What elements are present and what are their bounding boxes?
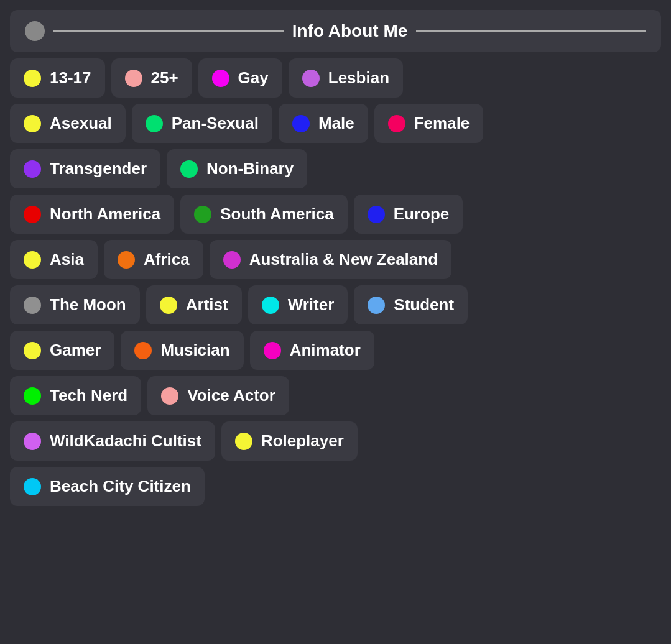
tag-label-pan-sexual: Pan-Sexual [172,114,259,133]
tag-dot-female [388,115,405,132]
tag-north-america[interactable]: North America [10,195,174,234]
tag-label-female: Female [414,114,470,133]
tags-row-row10: Beach City Citizen [10,467,661,506]
tag-label-writer: Writer [288,295,335,315]
tag-label-europe: Europe [394,205,450,224]
tags-row-row6: The MoonArtistWriterStudent [10,285,661,324]
tag-dot-asia [24,251,41,269]
tag-tech-nerd[interactable]: Tech Nerd [10,376,141,415]
tag-label-the-moon: The Moon [50,295,126,315]
tag-beach-city-citizen[interactable]: Beach City Citizen [10,467,205,506]
tag-dot-beach-city-citizen [24,478,41,495]
tag-dot-13-17 [24,70,41,87]
tag-transgender[interactable]: Transgender [10,149,160,188]
tag-dot-north-america [24,206,41,223]
tag-label-non-binary: Non-Binary [206,159,294,178]
tag-label-tech-nerd: Tech Nerd [50,386,127,405]
header-title: Info About Me [292,21,408,41]
tag-dot-tech-nerd [24,387,41,405]
tag-dot-animator [264,342,281,359]
tag-label-roleplayer: Roleplayer [261,431,344,451]
tag-roleplayer[interactable]: Roleplayer [221,421,358,461]
tag-dot-non-binary [180,160,198,178]
tags-row-row7: GamerMusicianAnimator [10,331,661,370]
tags-row-row3: TransgenderNon-Binary [10,149,661,188]
tag-label-africa: Africa [144,250,190,269]
tag-europe[interactable]: Europe [354,195,463,234]
header-line-right [416,30,646,32]
tag-south-america[interactable]: South America [180,195,348,234]
tag-australia-nz[interactable]: Australia & New Zealand [210,240,451,279]
tag-label-asia: Asia [50,250,84,269]
tag-dot-musician [134,342,152,359]
tag-dot-25plus [125,70,142,87]
tag-dot-pan-sexual [146,115,163,132]
tags-row-row4: North AmericaSouth AmericaEurope [10,195,661,234]
tag-the-moon[interactable]: The Moon [10,285,140,324]
tag-dot-student [368,297,385,314]
tag-label-25plus: 25+ [151,68,178,88]
tag-dot-transgender [24,160,41,178]
tag-pan-sexual[interactable]: Pan-Sexual [132,104,272,143]
tag-writer[interactable]: Writer [248,285,348,324]
tag-dot-male [292,115,310,132]
header-line-group: Info About Me [53,21,646,41]
tag-dot-lesbian [302,70,320,87]
tag-label-gamer: Gamer [50,341,101,360]
tag-gamer[interactable]: Gamer [10,331,114,370]
tag-artist[interactable]: Artist [146,285,242,324]
tag-label-voice-actor: Voice Actor [187,386,275,405]
tag-dot-artist [160,297,177,314]
tag-dot-asexual [24,115,41,132]
tag-dot-voice-actor [161,387,178,405]
tag-dot-the-moon [24,297,41,314]
tags-container: 13-1725+GayLesbianAsexualPan-SexualMaleF… [10,58,661,506]
tag-asexual[interactable]: Asexual [10,104,126,143]
tag-male[interactable]: Male [279,104,368,143]
tag-dot-wildkadachi-cultist [24,433,41,450]
tag-label-asexual: Asexual [50,114,112,133]
tag-non-binary[interactable]: Non-Binary [167,149,307,188]
tag-label-artist: Artist [186,295,228,315]
tags-row-row5: AsiaAfricaAustralia & New Zealand [10,240,661,279]
tag-student[interactable]: Student [354,285,468,324]
tag-gay[interactable]: Gay [198,58,282,98]
tag-label-wildkadachi-cultist: WildKadachi Cultist [50,431,201,451]
tag-label-musician: Musician [160,341,229,360]
section-header: Info About Me [10,10,661,52]
tag-dot-roleplayer [235,433,252,450]
tag-animator[interactable]: Animator [250,331,374,370]
tag-label-australia-nz: Australia & New Zealand [249,250,438,269]
tag-dot-africa [118,251,135,269]
tags-row-row9: WildKadachi CultistRoleplayer [10,421,661,461]
tag-label-lesbian: Lesbian [328,68,389,88]
tag-label-beach-city-citizen: Beach City Citizen [50,477,191,496]
tags-row-row8: Tech NerdVoice Actor [10,376,661,415]
tag-musician[interactable]: Musician [121,331,243,370]
tag-asia[interactable]: Asia [10,240,98,279]
tag-dot-gamer [24,342,41,359]
tag-25plus[interactable]: 25+ [111,58,192,98]
tag-label-transgender: Transgender [50,159,147,178]
tag-dot-south-america [194,206,211,223]
tags-row-row1: 13-1725+GayLesbian [10,58,661,98]
tag-label-gay: Gay [238,68,269,88]
tag-label-student: Student [394,295,454,315]
tag-dot-australia-nz [223,251,241,269]
tag-dot-europe [368,206,385,223]
tag-female[interactable]: Female [374,104,484,143]
tag-wildkadachi-cultist[interactable]: WildKadachi Cultist [10,421,215,461]
tag-dot-gay [212,70,229,87]
tag-lesbian[interactable]: Lesbian [289,58,403,98]
tag-13-17[interactable]: 13-17 [10,58,105,98]
tag-label-north-america: North America [50,205,160,224]
header-line-left [53,30,284,32]
tag-africa[interactable]: Africa [104,240,203,279]
tag-label-animator: Animator [290,341,361,360]
tag-voice-actor[interactable]: Voice Actor [147,376,289,415]
tags-row-row2: AsexualPan-SexualMaleFemale [10,104,661,143]
header-dot [25,21,45,41]
tag-label-13-17: 13-17 [50,68,91,88]
tag-label-south-america: South America [220,205,334,224]
tag-dot-writer [262,297,279,314]
